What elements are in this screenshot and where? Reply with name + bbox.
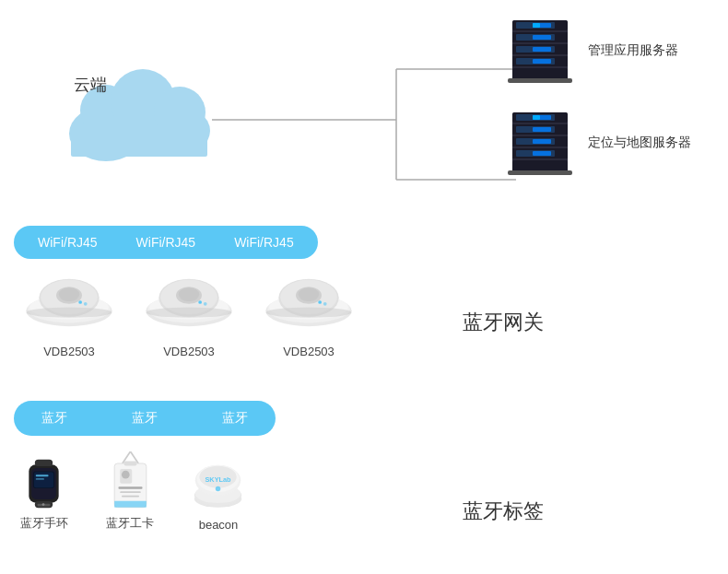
bt-tag-badge: 蓝牙工卡 (106, 451, 154, 532)
svg-rect-92 (121, 496, 138, 498)
location-server-icon (503, 111, 577, 175)
svg-rect-90 (118, 486, 142, 489)
svg-point-70 (265, 308, 351, 318)
gateway-label-2: VDB2503 (283, 345, 335, 358)
beacon-label: beacon (199, 518, 239, 532)
badge-icon (110, 451, 151, 511)
svg-rect-91 (120, 491, 141, 493)
server-item-location: 定位与地图服务器 (503, 111, 691, 175)
svg-rect-25 (533, 59, 551, 64)
svg-point-60 (146, 308, 231, 318)
svg-point-51 (78, 300, 82, 304)
bt-tags-row: 蓝牙手环 蓝牙工卡 (18, 451, 246, 532)
diagram-container: 云端 (0, 0, 728, 574)
svg-rect-78 (36, 478, 44, 480)
bt-pill-0: 蓝牙 (23, 406, 86, 430)
bt-pill-1: 蓝牙 (113, 406, 176, 430)
svg-point-82 (42, 503, 45, 506)
svg-rect-93 (114, 501, 147, 508)
svg-rect-21 (533, 35, 551, 40)
mgmt-server-label: 管理应用服务器 (588, 42, 678, 59)
svg-rect-87 (123, 461, 136, 465)
gateway-item-2: VDB2503 (258, 276, 359, 358)
wifi-pill-1: WiFi/RJ45 (122, 231, 211, 253)
mgmt-server-icon (503, 18, 577, 83)
svg-rect-19 (533, 23, 540, 28)
badge-label: 蓝牙工卡 (106, 515, 154, 532)
svg-point-61 (198, 300, 202, 304)
bt-tag-wristband: 蓝牙手环 (18, 456, 69, 532)
gateway-dish-2 (258, 276, 359, 341)
svg-point-71 (318, 300, 322, 304)
wifi-pill-container: WiFi/RJ45 WiFi/RJ45 WiFi/RJ45 (14, 226, 318, 259)
svg-point-62 (204, 302, 207, 306)
wifi-pill-0: WiFi/RJ45 (23, 231, 112, 253)
bt-section-label: 蓝牙标签 (463, 498, 544, 525)
gateway-row: VDB2503 VDB2503 (18, 276, 359, 358)
server-area: 管理应用服务器 定位与地图服务器 (503, 18, 691, 175)
svg-point-59 (179, 287, 199, 301)
gateway-dish-1 (138, 276, 240, 341)
svg-point-69 (299, 287, 319, 301)
svg-rect-26 (508, 78, 572, 83)
svg-rect-39 (533, 139, 551, 144)
svg-point-101 (216, 486, 221, 492)
location-server-label: 定位与地图服务器 (588, 135, 691, 151)
gateway-dish-0 (18, 276, 120, 341)
gateway-item-0: VDB2503 (18, 276, 120, 358)
bt-pill-container: 蓝牙 蓝牙 蓝牙 (14, 401, 276, 436)
gateway-label-0: VDB2503 (43, 345, 95, 358)
server-item-mgmt: 管理应用服务器 (503, 18, 691, 83)
svg-point-72 (323, 302, 327, 306)
svg-point-89 (121, 471, 129, 479)
cloud-label: 云端 (74, 74, 107, 96)
beacon-icon: SKYLab (191, 463, 246, 514)
svg-point-49 (59, 287, 79, 301)
svg-rect-77 (36, 474, 49, 476)
svg-rect-42 (508, 170, 572, 175)
gateway-label-1: VDB2503 (163, 345, 215, 358)
wristband-label: 蓝牙手环 (20, 515, 68, 532)
gateway-item-1: VDB2503 (138, 276, 240, 358)
svg-rect-35 (533, 115, 540, 120)
svg-rect-76 (34, 473, 53, 488)
bt-tag-beacon: SKYLab beacon (191, 463, 246, 532)
wristband-icon (18, 456, 69, 511)
bt-pill-2: 蓝牙 (204, 406, 266, 430)
svg-text:SKYLab: SKYLab (205, 475, 231, 484)
svg-rect-37 (533, 127, 551, 132)
cloud-container: 云端 (46, 55, 230, 175)
gateway-section-label: 蓝牙网关 (463, 309, 544, 336)
svg-rect-10 (71, 127, 207, 157)
wifi-pill-2: WiFi/RJ45 (219, 231, 309, 253)
svg-point-52 (84, 302, 88, 306)
svg-rect-41 (533, 151, 551, 156)
svg-rect-23 (533, 47, 551, 52)
svg-point-50 (26, 308, 112, 318)
svg-rect-79 (35, 460, 53, 466)
